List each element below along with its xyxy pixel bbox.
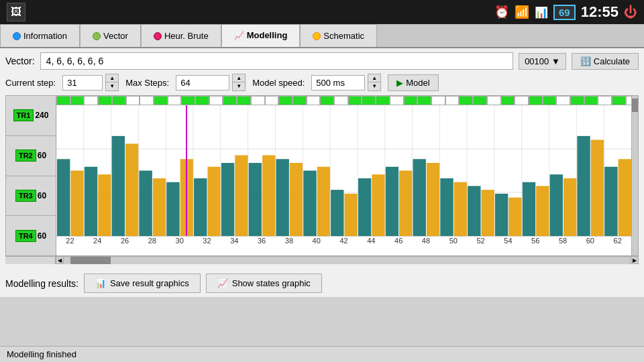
save-graphics-icon: 📊	[95, 278, 106, 288]
svg-rect-54	[536, 186, 549, 236]
x-axis-labels: 2224262830323436384042444648505254565860…	[56, 236, 631, 249]
svg-rect-5	[85, 167, 97, 236]
x-axis-label: 40	[303, 237, 330, 249]
save-graphics-label: Save result graphics	[110, 278, 189, 288]
dropdown-button[interactable]: 00100 ▼	[519, 53, 566, 70]
track-label-tr2: TR2 60	[6, 136, 56, 176]
vector-input[interactable]	[40, 52, 514, 70]
max-steps-down-button[interactable]: ▼	[233, 82, 245, 90]
svg-rect-48	[482, 190, 494, 236]
svg-rect-35	[358, 178, 371, 236]
x-axis-label: 36	[248, 237, 276, 249]
tr4-value: 60	[38, 231, 46, 241]
vscroll-thumb[interactable]	[632, 99, 638, 112]
x-axis-label: 56	[522, 237, 549, 249]
tab-vector-label: Vector	[103, 31, 128, 41]
current-step-down-button[interactable]: ▼	[106, 82, 118, 90]
model-speed-up-button[interactable]: ▲	[368, 74, 380, 82]
max-steps-input[interactable]	[176, 75, 229, 90]
track-label-tr3: TR3 60	[6, 176, 56, 217]
svg-rect-39	[399, 171, 412, 237]
chart-bars-area	[56, 105, 631, 236]
status-bar: Modelling finished	[0, 346, 644, 362]
svg-rect-26	[276, 159, 288, 236]
hscroll-thumb[interactable]	[70, 257, 111, 264]
hscroll-left-spacer	[5, 256, 56, 264]
svg-rect-23	[249, 163, 262, 236]
max-steps-spinner-buttons: ▲ ▼	[232, 74, 246, 91]
main-content: Vector: 00100 ▼ 🔢 Calculate Current step…	[0, 48, 644, 268]
dropdown-arrow-icon: ▼	[551, 56, 560, 66]
svg-rect-21	[235, 156, 248, 236]
svg-rect-20	[221, 163, 234, 236]
x-axis-label: 44	[358, 237, 385, 249]
save-result-graphics-button[interactable]: 📊 Save result graphics	[84, 274, 201, 293]
current-step-spinner-buttons: ▲ ▼	[105, 74, 119, 91]
tab-modelling[interactable]: 📈 Modelling	[221, 24, 301, 47]
tab-heur-brute[interactable]: Heur. Brute	[141, 24, 221, 47]
model-speed-down-button[interactable]: ▼	[368, 82, 380, 90]
svg-rect-33	[344, 194, 357, 236]
hscroll-right-button[interactable]: ▶	[631, 256, 639, 264]
svg-rect-53	[523, 182, 535, 236]
title-bar: 🖼 ⏰ 📶 📊 69 12:55 ⏻	[0, 0, 644, 24]
horizontal-scrollbar[interactable]	[64, 256, 631, 264]
power-icon: ⏻	[624, 5, 637, 20]
track-labels: TR1 240 TR2 60 TR3 60 TR4 60	[6, 96, 56, 255]
svg-rect-14	[166, 182, 179, 236]
tab-schematic-label: Schematic	[323, 31, 364, 41]
horizontal-scroll-row: ◀ ▶	[5, 256, 639, 264]
tab-modelling-icon: 📈	[234, 31, 244, 40]
calculate-label: Calculate	[594, 56, 630, 66]
svg-rect-56	[550, 174, 563, 236]
svg-rect-51	[508, 198, 521, 236]
x-axis-label: 50	[439, 237, 467, 249]
model-speed-input[interactable]	[311, 75, 365, 90]
wifi-icon: 📶	[515, 5, 529, 19]
x-axis-label: 34	[221, 237, 248, 249]
svg-rect-57	[564, 178, 576, 236]
tab-information-dot	[13, 32, 21, 40]
current-step-spinner: ▲ ▼	[62, 74, 119, 91]
tab-schematic[interactable]: Schematic	[300, 24, 377, 47]
title-bar-left: 🖼	[7, 3, 25, 21]
svg-rect-15	[180, 159, 193, 236]
tr2-value: 60	[38, 151, 46, 160]
hscroll-left-button[interactable]: ◀	[56, 256, 64, 264]
show-states-graphic-button[interactable]: 📈 Show states graphic	[206, 274, 322, 293]
x-axis-label: 22	[56, 237, 84, 249]
x-axis-label: 26	[111, 237, 139, 249]
model-speed-spinner: ▲ ▼	[311, 74, 381, 91]
vertical-scrollbar[interactable]	[631, 96, 638, 255]
tab-schematic-dot	[313, 32, 321, 40]
tab-information[interactable]: Information	[0, 24, 80, 47]
track-label-tr1: TR1 240	[6, 96, 56, 136]
svg-rect-6	[98, 174, 111, 236]
current-step-input[interactable]	[62, 75, 103, 90]
green-indicator-row	[56, 96, 631, 105]
vector-label: Vector:	[5, 56, 35, 66]
x-axis-label: 60	[576, 237, 604, 249]
svg-rect-42	[427, 163, 439, 236]
svg-rect-38	[386, 167, 398, 236]
svg-rect-18	[207, 167, 220, 236]
current-step-label: Current step:	[5, 78, 56, 88]
tab-vector[interactable]: Vector	[80, 24, 141, 47]
tr1-value: 240	[35, 111, 48, 120]
max-steps-up-button[interactable]: ▲	[233, 74, 245, 82]
results-label: Modelling results:	[5, 278, 78, 289]
svg-rect-36	[372, 174, 384, 236]
chart-area: TR1 240 TR2 60 TR3 60 TR4 60	[5, 95, 639, 264]
x-axis-label: 38	[276, 237, 303, 249]
model-button[interactable]: ▶ Model	[388, 74, 438, 91]
svg-rect-29	[303, 171, 316, 237]
svg-rect-59	[577, 136, 590, 236]
model-speed-label: Model speed:	[252, 78, 305, 88]
tr3-badge: TR3	[15, 190, 36, 202]
x-axis-label: 24	[84, 237, 111, 249]
svg-rect-30	[317, 167, 330, 236]
calculate-button[interactable]: 🔢 Calculate	[572, 53, 639, 70]
tab-information-label: Information	[23, 31, 67, 41]
x-axis-label: 46	[385, 237, 413, 249]
current-step-up-button[interactable]: ▲	[106, 74, 118, 82]
